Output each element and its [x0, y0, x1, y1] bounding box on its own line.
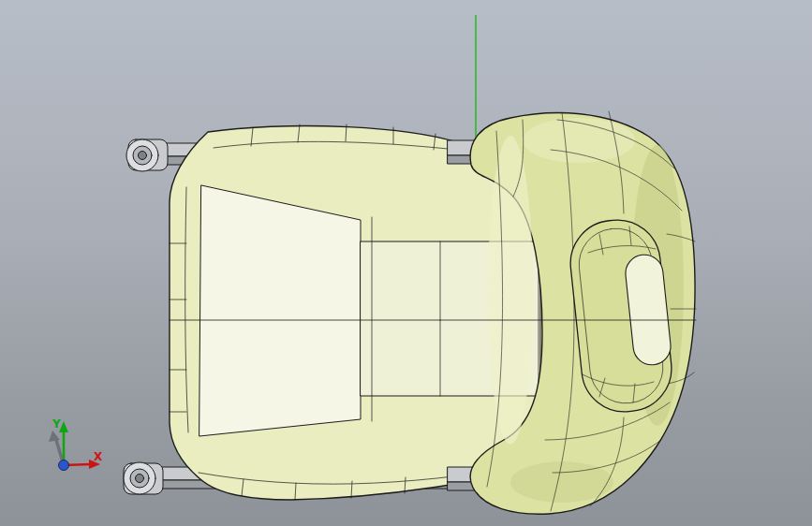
viewport-canvas[interactable]: Y X [0, 0, 812, 526]
cad-viewport[interactable]: Y X [0, 0, 812, 526]
axis-triad: Y X [49, 417, 103, 471]
x-axis-label: X [94, 450, 103, 463]
y-axis-label: Y [52, 417, 61, 431]
seat-backrest [470, 111, 696, 514]
car-seat-top-view-model[interactable] [124, 111, 696, 514]
z-axis-origin-dot [59, 460, 69, 471]
